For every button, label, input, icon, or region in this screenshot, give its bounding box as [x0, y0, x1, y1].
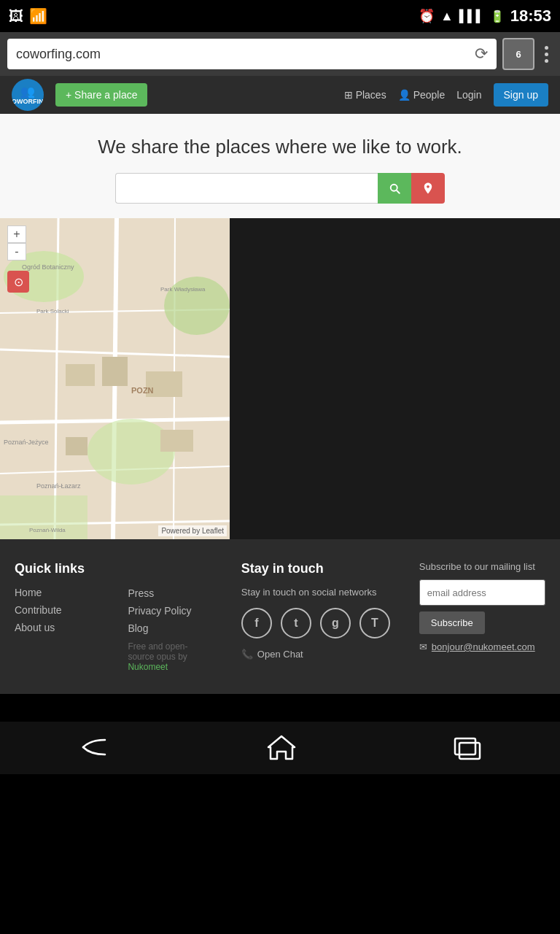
back-button[interactable] — [76, 736, 112, 760]
map-background: Ogród Botaniczny Park Solacki Park Włady… — [0, 218, 230, 539]
facebook-icon[interactable]: f — [241, 608, 272, 638]
zoom-out-button[interactable]: - — [7, 243, 26, 260]
svg-rect-17 — [160, 430, 193, 452]
footer-quick-links: Quick links Home Contribute About us — [15, 561, 98, 672]
svg-text:Poznań-Wilda: Poznań-Wilda — [29, 527, 66, 533]
twitter-icon[interactable]: t — [281, 608, 311, 638]
map-zoom-controls: + - — [7, 225, 26, 260]
email-link[interactable]: bonjour@nukomeet.com — [432, 641, 535, 652]
person-icon: 👤 — [398, 89, 411, 101]
os-spacing — [0, 694, 560, 722]
map-section: Ogród Botaniczny Park Solacki Park Włady… — [0, 218, 560, 539]
search-input[interactable] — [115, 173, 378, 204]
browser-menu-button[interactable] — [540, 42, 553, 67]
nukomeet-link[interactable]: Nukomeet — [128, 662, 168, 672]
menu-dot-1 — [545, 46, 548, 50]
email-input[interactable] — [419, 579, 545, 606]
mailing-label: Subscribe to our mailing list — [419, 561, 545, 572]
social-icons: f t g T — [241, 608, 390, 638]
wifi-icon: ▲ — [440, 9, 454, 24]
search-row — [15, 173, 545, 204]
browser-bar: coworfing.com ⟳ 6 — [0, 32, 560, 76]
home-button[interactable] — [265, 733, 298, 764]
status-bar-right: ⏰ ▲ ▌▌▌ 🔋 18:53 — [419, 7, 551, 26]
signup-button[interactable]: Sign up — [494, 83, 548, 107]
logo-text: COWORFING — [12, 99, 44, 106]
places-link[interactable]: ⊞ Places — [344, 89, 386, 101]
tab-count: 6 — [516, 49, 521, 60]
footer-quick-links-sub: Press Privacy Policy Blog Free and open-… — [128, 561, 211, 672]
footer-link-contribute[interactable]: Contribute — [15, 604, 98, 616]
location-dot-icon: ⊙ — [14, 275, 23, 289]
login-link[interactable]: Login — [456, 89, 481, 101]
clock-icon: ⏰ — [419, 8, 435, 24]
os-nav-bar — [0, 722, 560, 774]
status-bar: 🖼 📶 ⏰ ▲ ▌▌▌ 🔋 18:53 — [0, 0, 560, 32]
grid-icon: ⊞ — [344, 89, 353, 101]
menu-dot-3 — [545, 59, 548, 63]
location-icon — [421, 182, 435, 195]
googleplus-icon[interactable]: g — [320, 608, 351, 638]
hero-section: We share the places where we like to wor… — [0, 114, 560, 218]
stay-in-touch-heading: Stay in touch — [241, 561, 390, 576]
svg-rect-14 — [102, 357, 128, 386]
signal-icon: ▌▌▌ — [459, 9, 484, 23]
svg-text:Poznań-Łazarz: Poznań-Łazarz — [36, 482, 81, 490]
dark-side-panel — [230, 218, 560, 539]
svg-text:Park Władysława: Park Władysława — [160, 286, 206, 293]
phone-icon-footer: 📞 — [241, 649, 253, 660]
map-container[interactable]: Ogród Botaniczny Park Solacki Park Włady… — [0, 218, 230, 539]
footer-link-privacy[interactable]: Privacy Policy — [128, 605, 211, 617]
menu-dot-2 — [545, 53, 548, 56]
phone-icon: 📶 — [29, 7, 47, 25]
contact-email: ✉ bonjour@nukomeet.com — [419, 641, 545, 652]
leaflet-attribution: Powered by Leaflet — [158, 525, 227, 536]
battery-icon: 🔋 — [490, 9, 505, 23]
credit-text: Free and open-source opus by Nukomeet — [128, 641, 211, 672]
svg-text:POZN: POZN — [131, 386, 154, 395]
people-link[interactable]: 👤 People — [398, 89, 446, 101]
search-go-button[interactable] — [378, 173, 411, 204]
footer-link-about[interactable]: About us — [15, 622, 98, 633]
footer-link-blog[interactable]: Blog — [128, 622, 211, 634]
footer-mailing: Subscribe to our mailing list Subscribe … — [419, 561, 545, 672]
website-content: 👥 COWORFING + Share a place ⊞ Places 👤 P… — [0, 76, 560, 694]
tab-switcher[interactable]: 6 — [502, 38, 534, 70]
url-text: coworfing.com — [16, 47, 101, 62]
reload-button[interactable]: ⟳ — [475, 45, 488, 63]
logo: 👥 COWORFING — [12, 79, 44, 111]
svg-rect-27 — [455, 738, 475, 754]
footer: Quick links Home Contribute About us Pre… — [0, 539, 560, 694]
location-button[interactable] — [411, 173, 445, 204]
footer-stay-in-touch: Stay in touch Stay in touch on social ne… — [241, 561, 390, 672]
footer-link-home[interactable]: Home — [15, 587, 98, 598]
svg-rect-16 — [66, 437, 88, 455]
recents-button[interactable] — [451, 733, 484, 764]
svg-rect-28 — [459, 743, 480, 759]
subscribe-button[interactable]: Subscribe — [419, 611, 485, 634]
my-location-button[interactable]: ⊙ — [7, 271, 29, 293]
zoom-in-button[interactable]: + — [7, 225, 26, 243]
share-place-button[interactable]: + Share a place — [55, 83, 147, 107]
search-icon — [388, 182, 401, 195]
svg-text:Ogród Botaniczny: Ogród Botaniczny — [22, 263, 74, 271]
quick-links-heading: Quick links — [15, 561, 98, 576]
svg-text:Park Solacki: Park Solacki — [36, 308, 69, 314]
status-bar-left: 🖼 📶 — [9, 7, 47, 25]
svg-point-10 — [164, 277, 230, 335]
svg-text:Poznań-Jeżyce: Poznań-Jeżyce — [4, 439, 49, 446]
nav-links: ⊞ Places 👤 People Login Sign up — [344, 83, 548, 107]
email-icon: ✉ — [419, 641, 427, 652]
navbar: 👥 COWORFING + Share a place ⊞ Places 👤 P… — [0, 76, 560, 114]
image-icon: 🖼 — [9, 8, 23, 25]
hero-title: We share the places where we like to wor… — [15, 136, 545, 158]
time-display: 18:53 — [510, 7, 551, 26]
open-chat-link[interactable]: 📞 Open Chat — [241, 649, 390, 660]
stay-in-touch-sub: Stay in touch on social networks — [241, 587, 390, 598]
logo-area: 👥 COWORFING — [12, 79, 44, 111]
svg-rect-13 — [66, 364, 95, 386]
tumblr-icon[interactable]: T — [359, 608, 390, 638]
url-bar[interactable]: coworfing.com ⟳ — [7, 39, 497, 69]
footer-link-press[interactable]: Press — [128, 587, 211, 599]
